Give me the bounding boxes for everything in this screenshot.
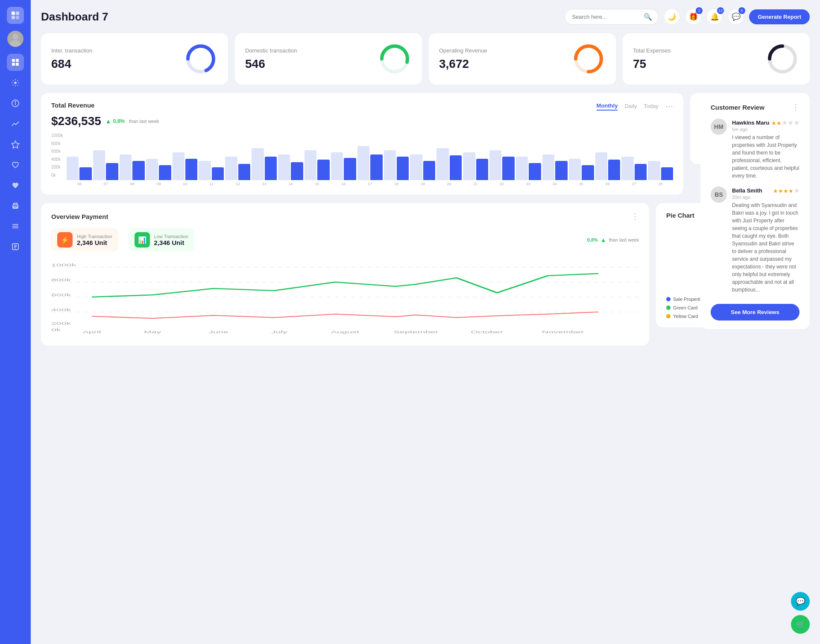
star-0-2: ★ (782, 119, 788, 126)
revenue-more-button[interactable]: ⋯ (665, 102, 673, 111)
bell-notification[interactable]: 🔔12 (706, 9, 723, 25)
support-button[interactable]: 💬 (791, 592, 810, 611)
stat-value-2: 3,672 (439, 57, 487, 71)
sidebar-item-dashboard[interactable] (7, 54, 24, 71)
svg-point-10 (14, 82, 17, 84)
reviewer-name-1: Bella Smith (732, 187, 762, 194)
generate-report-button[interactable]: Generate Report (749, 9, 810, 24)
reviewer-time-1: 20m ago (732, 195, 800, 200)
reviewer-name-0: Hawkins Maru (732, 119, 769, 126)
bar-grey (648, 161, 660, 180)
stat-value-1: 546 (245, 57, 297, 71)
payment-trend-label: than last week (609, 237, 639, 242)
bar-group (252, 148, 277, 180)
svg-text:200k: 200k (51, 321, 71, 326)
bar-group (436, 148, 462, 180)
x-axis-label: 24 (542, 182, 568, 186)
sidebar-item-info[interactable] (7, 95, 24, 112)
bar-group (199, 161, 224, 180)
bar-grey (595, 152, 607, 180)
sidebar-item-list[interactable] (7, 238, 24, 255)
svg-rect-6 (12, 59, 15, 62)
stats-row: Inter. transaction 684 Domestic transact… (41, 33, 810, 85)
x-axis-label: 14 (278, 182, 304, 186)
gift-notification[interactable]: 🎁2 (685, 9, 701, 25)
review-text-0: I viewed a number of properties with Jus… (732, 134, 800, 180)
bar-blue (529, 163, 541, 180)
y-axis-label: 1000k (51, 133, 63, 138)
x-axis-label: 28 (647, 182, 673, 186)
chat-notification[interactable]: 💬5 (728, 9, 744, 25)
header: Dashboard 7 🔍 🌙 🎁2 🔔12 💬5 Generate Repor… (41, 9, 810, 25)
sidebar-logo[interactable] (7, 7, 24, 24)
x-axis-label: 15 (304, 182, 330, 186)
bar-blue (370, 154, 382, 180)
review-title: Customer Review (711, 104, 764, 111)
y-axis-label: 0k (51, 173, 63, 178)
cart-button[interactable]: 🛒 (791, 615, 810, 634)
sidebar (0, 0, 31, 644)
sidebar-item-favorites[interactable] (7, 136, 24, 153)
x-axis-label: 06 (67, 182, 92, 186)
x-axis-label: 17 (357, 182, 383, 186)
tab-daily[interactable]: Daily (624, 103, 637, 110)
bar-blue (317, 160, 329, 180)
search-input[interactable] (572, 14, 640, 20)
gift-badge: 2 (696, 7, 703, 14)
svg-rect-2 (12, 16, 15, 19)
svg-text:0k: 0k (51, 328, 62, 332)
revenue-trend: ▲ 0,8% (105, 118, 125, 125)
star-0-3: ★ (788, 119, 794, 126)
see-more-reviews-button[interactable]: See More Reviews (711, 304, 800, 321)
sidebar-item-analytics[interactable] (7, 115, 24, 132)
sidebar-item-menu[interactable] (7, 218, 24, 235)
bar-grey (331, 152, 343, 180)
bar-grey (410, 154, 422, 180)
trend-label: than last week (129, 119, 159, 124)
svg-text:August: August (331, 330, 360, 334)
svg-rect-1 (16, 12, 19, 15)
sidebar-item-print[interactable] (7, 197, 24, 214)
payment-trend: 0,8% ▲ than last week (587, 228, 639, 252)
tab-monthly[interactable]: Monthly (597, 102, 618, 111)
svg-text:400k: 400k (51, 308, 71, 312)
dark-mode-toggle[interactable]: 🌙 (664, 9, 680, 25)
header-actions: 🔍 🌙 🎁2 🔔12 💬5 Generate Report (565, 9, 810, 25)
high-transaction-icon: ⚡ (57, 232, 73, 248)
bar-grey (278, 154, 290, 180)
bar-group (648, 161, 673, 180)
svg-marker-14 (12, 141, 19, 148)
bar-group (120, 154, 145, 180)
bar-grey (357, 146, 369, 180)
stat-card-2: Operating Revenue 3,672 (429, 33, 616, 85)
svg-rect-9 (16, 63, 19, 66)
donut-chart-2 (571, 42, 606, 76)
bar-blue (635, 164, 647, 180)
star-0-4: ★ (794, 119, 800, 126)
user-avatar[interactable] (7, 31, 23, 47)
chat-badge: 5 (738, 7, 745, 14)
x-axis-label: 10 (172, 182, 198, 186)
legend-label-4: Yellow Card (673, 314, 698, 319)
revenue-card: Total Revenue MonthlyDailyToday⋯ $236,53… (41, 93, 683, 195)
line-chart: 1000k 800k 600k 400k 200k 0k April May J… (51, 259, 639, 335)
legend-dot-0 (666, 297, 671, 301)
sidebar-item-heart2[interactable] (7, 177, 24, 194)
x-axis-label: 21 (463, 182, 488, 186)
tab-today[interactable]: Today (644, 103, 659, 110)
svg-rect-8 (12, 63, 15, 66)
search-bar[interactable]: 🔍 (565, 9, 659, 25)
x-axis-label: 26 (595, 182, 621, 186)
y-axis-label: 200k (51, 165, 63, 169)
svg-rect-0 (12, 12, 15, 15)
sidebar-item-settings[interactable] (7, 74, 24, 91)
bars-container (67, 133, 673, 180)
x-axis-label: 07 (93, 182, 119, 186)
review-menu-button[interactable]: ⋮ (792, 102, 800, 112)
review-item-1: BS Bella Smith ★★★★★ 20m ago Dealing wit… (711, 186, 800, 294)
payment-menu-button[interactable]: ⋮ (631, 212, 639, 221)
sidebar-item-heart1[interactable] (7, 156, 24, 173)
bar-blue (106, 163, 118, 180)
reviewer-avatar-1: BS (711, 186, 727, 203)
bar-grey (199, 161, 211, 180)
